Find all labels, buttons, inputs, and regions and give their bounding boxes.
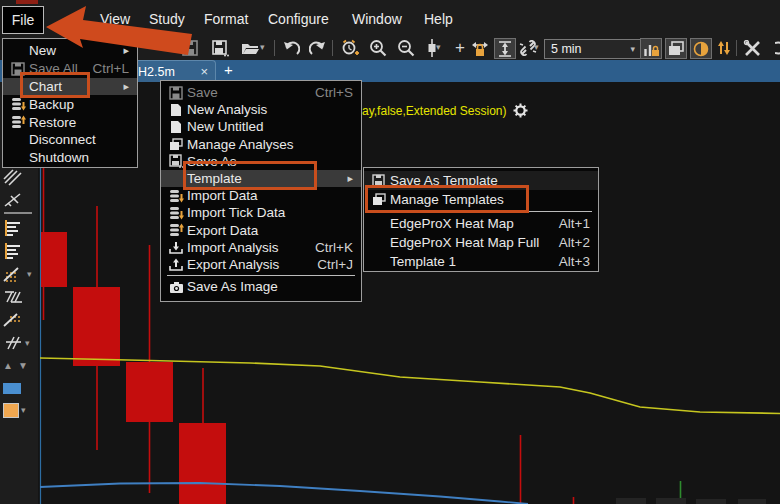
new-tab-button[interactable]: +	[224, 61, 233, 78]
database-up-icon	[7, 115, 29, 129]
menu-item-restore[interactable]: Restore	[3, 113, 137, 131]
tray-down-icon	[165, 241, 187, 254]
tools-icon[interactable]	[742, 38, 762, 58]
toolbar-separator	[274, 40, 275, 56]
menu-item-save[interactable]: Save Ctrl+S	[161, 84, 361, 101]
tool-separator	[4, 212, 32, 214]
zoom-in-icon[interactable]	[368, 38, 388, 58]
volume-profile-2-tool[interactable]	[3, 241, 35, 261]
menu-separator	[370, 211, 592, 212]
trend-lines-tool[interactable]	[3, 168, 35, 188]
menu-item-save-as-image[interactable]: Save As Image	[161, 278, 361, 295]
dotted-trend-tool[interactable]	[3, 310, 35, 330]
menu-study[interactable]: Study	[143, 9, 191, 29]
blue-lower-line	[40, 483, 528, 504]
menu-item-template-heatmap[interactable]: EdgeProX Heat Map Alt+1	[364, 214, 598, 233]
scale-lock-icon[interactable]	[640, 38, 662, 59]
save-icon[interactable]	[180, 38, 200, 58]
menu-item-template[interactable]: Template ▸	[161, 170, 361, 187]
alarm-add-icon[interactable]	[340, 38, 360, 58]
tick-line-tool[interactable]	[3, 190, 35, 210]
dotted-retracement-tool[interactable]: ▾	[3, 264, 35, 284]
menu-help[interactable]: Help	[418, 9, 459, 29]
active-chart-tab[interactable]: H2.5m ×	[130, 60, 216, 82]
menu-item-chart[interactable]: Chart ▸	[3, 78, 137, 96]
partial-toolbar-icon[interactable]	[770, 38, 780, 58]
gear-icon[interactable]	[513, 103, 528, 118]
interval-value: 5 min	[551, 42, 582, 56]
toolbar-separator	[332, 40, 333, 56]
orange-swatch-tool[interactable]: ▾	[3, 400, 35, 420]
add-icon[interactable]: +	[450, 38, 470, 58]
template-submenu-panel: Save As Template Manage Templates EdgePr…	[363, 167, 599, 272]
chevron-down-icon[interactable]: ▾	[25, 338, 30, 348]
menu-configure[interactable]: Configure	[262, 9, 335, 29]
triangle-up-icon: ▲	[3, 360, 13, 371]
document-icon	[165, 103, 187, 117]
menu-format[interactable]: Format	[198, 9, 254, 29]
database-down-icon	[165, 189, 187, 203]
database-down-icon	[165, 206, 187, 220]
tab-close-icon[interactable]: ×	[200, 64, 208, 79]
triangle-pair-tool[interactable]: ▲ ▼	[3, 355, 35, 375]
menu-item-new[interactable]: New ▸	[3, 42, 137, 60]
zoom-out-icon[interactable]	[396, 38, 416, 58]
menu-item-import-analysis[interactable]: Import Analysis Ctrl+K	[161, 239, 361, 256]
floppy-disk-icon	[7, 62, 29, 76]
tray-up-icon	[165, 258, 187, 271]
layers-icon[interactable]	[665, 38, 687, 59]
volume-profile-tool[interactable]	[3, 218, 35, 238]
database-up-icon	[165, 223, 187, 237]
menu-item-new-analysis[interactable]: New Analysis	[161, 101, 361, 118]
menu-item-export-data[interactable]: Export Data	[161, 222, 361, 239]
menu-item-manage-analyses[interactable]: Manage Analyses	[161, 136, 361, 153]
chevron-down-icon[interactable]: ▾	[534, 42, 539, 52]
menu-item-import-tick-data[interactable]: Import Tick Data	[161, 204, 361, 221]
menu-item-manage-templates[interactable]: Manage Templates	[364, 190, 598, 209]
toolbar-separator	[736, 40, 737, 56]
menu-item-import-data[interactable]: Import Data	[161, 187, 361, 204]
chart-settings-legend: ay,false,Extended Session)	[362, 103, 528, 118]
submenu-arrow-icon: ▸	[123, 80, 129, 93]
chevron-down-icon[interactable]: ▾	[21, 405, 26, 415]
menu-item-save-all[interactable]: Save All Ctrl+L	[3, 60, 137, 78]
floppy-disk-icon	[165, 86, 187, 100]
menu-item-save-as[interactable]: Save As	[161, 153, 361, 170]
menu-item-backup[interactable]: Backup	[3, 95, 137, 113]
menu-item-disconnect[interactable]: Disconnect	[3, 131, 137, 149]
menu-bar: File View Study Format Configure Window …	[0, 0, 780, 36]
menu-item-template-heatmap-full[interactable]: EdgeProX Heat Map Full Alt+2	[364, 233, 598, 252]
app-logo	[16, 0, 38, 4]
chevron-down-icon[interactable]: ▾	[260, 42, 265, 52]
menu-item-template-1[interactable]: Template 1 Alt+3	[364, 252, 598, 271]
menu-file[interactable]: File	[2, 6, 44, 34]
menu-window[interactable]: Window	[346, 9, 408, 29]
tab-label: H2.5m	[138, 65, 175, 79]
file-menu-panel: New ▸ Save All Ctrl+L Chart ▸ Backup Res…	[2, 38, 138, 168]
interval-select[interactable]: 5 min ▾	[544, 39, 642, 59]
sort-updown-icon[interactable]	[714, 38, 734, 58]
chart-submenu-panel: Save Ctrl+S New Analysis New Untitled Ma…	[160, 80, 362, 302]
pan-lock-icon[interactable]	[470, 38, 490, 58]
database-down-icon	[7, 97, 29, 111]
fit-vertical-icon[interactable]	[494, 38, 516, 59]
undo-icon[interactable]	[281, 38, 301, 58]
chevron-down-icon[interactable]: ▾	[27, 269, 32, 279]
redo-icon[interactable]	[308, 38, 328, 58]
blue-swatch-tool[interactable]	[3, 378, 35, 398]
document-icon	[165, 120, 187, 134]
menu-item-export-analysis[interactable]: Export Analysis Ctrl+J	[161, 256, 361, 273]
menu-item-shutdown[interactable]: Shutdown	[3, 149, 137, 167]
hatch-lines-tool[interactable]	[3, 287, 35, 307]
open-folder-icon[interactable]	[240, 38, 260, 58]
windows-icon	[368, 193, 390, 206]
submenu-arrow-icon: ▸	[347, 172, 353, 185]
contrast-icon[interactable]	[690, 38, 712, 59]
menu-item-save-as-template[interactable]: Save As Template	[364, 171, 598, 190]
save-all-icon[interactable]	[210, 38, 230, 58]
triangle-down-icon: ▼	[18, 360, 28, 371]
menu-view[interactable]: View	[94, 9, 136, 29]
chevron-down-icon[interactable]: ▾	[436, 42, 441, 52]
parallel-hash-tool[interactable]: ▾	[3, 333, 35, 353]
menu-item-new-untitled[interactable]: New Untitled	[161, 118, 361, 135]
